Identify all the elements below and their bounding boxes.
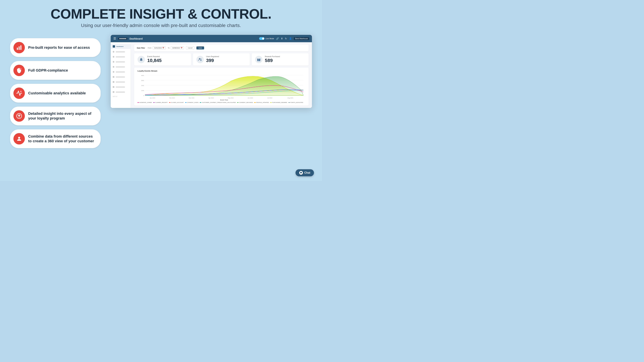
sidebar-icon-4 <box>113 66 114 68</box>
content-area: Pre-built reports for ease of access € F… <box>0 35 322 148</box>
legend-label-profile: PROFILE_UPDATED <box>256 102 269 103</box>
analytics-icon-circle <box>14 87 25 99</box>
legend-closed-account: CLOSED_ACCOUNT <box>169 102 184 103</box>
legend-consent-given: CONSENT_GIVEN <box>185 102 198 103</box>
legend-claimed-receipt: CLAIMED_RECEIPT <box>153 102 168 103</box>
to-date-value: 02/08/2023 <box>172 47 180 49</box>
bar-chart-icon <box>16 44 22 51</box>
x-label-jan: Jan 2023 <box>150 97 155 99</box>
legend-consent-revoked: CONSENT_REVOKED <box>237 102 253 103</box>
from-date-value: 01/01/2023 <box>154 47 162 49</box>
cancel-button[interactable]: Cancel <box>186 46 194 50</box>
legend-dot-consent-given <box>185 102 186 103</box>
sidebar-item-3[interactable] <box>111 60 131 64</box>
legend-dot-journey <box>200 102 201 103</box>
live-mode-label: Live Mode <box>266 37 274 39</box>
x-label-jun: Jun 2023 <box>248 97 253 99</box>
legend-dot-purchased <box>270 102 272 103</box>
from-date-group: From: 01/01/2023 📅 <box>148 46 166 49</box>
sidebar-icon-2 <box>113 56 114 58</box>
refresh-icon[interactable]: ↻ <box>285 37 287 40</box>
sidebar-item-5[interactable] <box>111 70 131 74</box>
combine-data-icon-circle <box>14 133 25 144</box>
svg-point-11 <box>200 59 202 60</box>
feature-text-analytics: Customisable analytics available <box>28 91 86 96</box>
apply-button[interactable]: Apply <box>196 46 204 49</box>
event-type-axis-label: Event Type <box>220 99 228 100</box>
stat-card-events: Events Reported 10,845 <box>134 53 191 65</box>
x-label-feb: Feb 2023 <box>169 97 175 99</box>
to-date-input[interactable]: 02/08/2023 📅 <box>171 46 184 49</box>
chart-svg-wrapper: 4800 3600 2400 1200 0 Jan 2023 Feb 2023 … <box>138 73 305 100</box>
chat-button[interactable]: Chat <box>296 169 314 176</box>
dash-logo <box>118 37 128 40</box>
sidebar-item-7[interactable] <box>111 80 131 84</box>
sidebar-label-2 <box>116 56 125 57</box>
sidebar-label-7 <box>116 81 125 83</box>
sidebar-icon-6 <box>113 76 114 78</box>
arrow-up-icon <box>16 113 22 119</box>
from-date-input[interactable]: 01/01/2023 📅 <box>152 46 166 49</box>
share-icon[interactable]: ⬆ <box>281 37 283 40</box>
sidebar-icon-9 <box>113 91 114 93</box>
prebuilt-reports-icon-circle <box>14 42 25 53</box>
events-value: 10,845 <box>147 58 162 63</box>
sidebar-item-1[interactable] <box>111 50 131 54</box>
sidebar-item-8[interactable] <box>111 85 131 89</box>
chat-label: Chat <box>304 171 310 174</box>
x-label-aug: Aug 2023 <box>288 97 293 99</box>
legend-label-purchased: PURCHASED_REWARD <box>272 102 287 103</box>
dash-header-right: Live Mode 🔗 ⬆ ↻ 👤 Berni Wainhouse <box>259 37 309 40</box>
hamburger-icon[interactable]: ☰ <box>113 37 116 40</box>
feature-text-gdpr: Full GDPR-compliance <box>28 68 68 73</box>
rewards-icon-circle <box>255 56 262 63</box>
sidebar-item-dashboard[interactable]: Dashboard <box>111 44 131 49</box>
bell-icon <box>139 57 143 61</box>
legend-audience-joined: AUDIENCE_JOINED <box>138 102 152 103</box>
stat-card-users: Users Registered 399 <box>193 53 250 65</box>
chart-legend: AUDIENCE_JOINED CLAIMED_RECEIPT CLOSED_A… <box>138 102 305 103</box>
sidebar-item-2[interactable] <box>111 55 131 59</box>
sidebar-label-5 <box>116 71 125 72</box>
events-label: Events Reported <box>147 56 162 57</box>
users-info: Users Registered 399 <box>206 56 219 63</box>
sidebar-label-8 <box>116 86 125 88</box>
sidebar-item-4[interactable] <box>111 65 131 69</box>
legend-label-claimed: CLAIMED_RECEIPT <box>155 102 168 103</box>
legend-journey-predictions: CUSTOMER_JOURNEY_PREDICTIONS_CALCULATED <box>200 102 236 103</box>
toggle-pill[interactable] <box>259 37 264 40</box>
feature-item-analytics: Customisable analytics available <box>10 84 100 103</box>
legend-dot-profile <box>254 102 256 103</box>
user-icon[interactable]: 👤 <box>289 37 292 40</box>
sidebar-item-9[interactable] <box>111 90 131 94</box>
live-mode-toggle[interactable]: Live Mode <box>259 37 274 40</box>
svg-point-9 <box>18 137 20 139</box>
feature-item-insight: Detailed insight into every aspect of yo… <box>10 107 100 125</box>
sidebar-icon-1 <box>113 51 114 53</box>
sidebar-icon-7 <box>113 81 114 83</box>
y-label-2400: 2400 <box>141 85 144 86</box>
svg-rect-1 <box>18 46 20 50</box>
x-label-jul: Jul 2023 <box>267 97 272 99</box>
x-label-apr: Apr 2023 <box>208 97 214 99</box>
sidebar-label-4 <box>116 66 125 67</box>
feature-item-combine-data: Combine data from different sources to c… <box>10 129 100 148</box>
y-label-3600: 3600 <box>141 80 144 81</box>
legend-label-journey: CUSTOMER_JOURNEY_PREDICTIONS_CALCULATED <box>202 102 236 103</box>
feature-text-prebuilt-reports: Pre-built reports for ease of access <box>28 45 90 50</box>
from-calendar-icon: 📅 <box>162 47 164 49</box>
legend-dot-claimed <box>153 102 155 103</box>
loyalty-events-chart: 4800 3600 2400 1200 0 Jan 2023 Feb 2023 … <box>138 73 305 100</box>
subtitle: Using our user-friendly admin console wi… <box>51 23 272 28</box>
legend-dot-audience <box>138 102 139 103</box>
link-icon[interactable]: 🔗 <box>276 37 279 40</box>
sidebar-item-6[interactable] <box>111 75 131 79</box>
feature-item-prebuilt-reports: Pre-built reports for ease of access <box>10 38 100 57</box>
to-calendar-icon: 📅 <box>180 47 182 49</box>
events-icon-circle <box>138 56 145 63</box>
y-label-1200: 1200 <box>141 90 144 91</box>
legend-profile-updated: PROFILE_UPDATED <box>254 102 269 103</box>
chat-bubble-icon <box>300 172 302 174</box>
feature-text-combine-data: Combine data from different sources to c… <box>28 134 96 144</box>
chat-icon-circle <box>299 171 303 175</box>
